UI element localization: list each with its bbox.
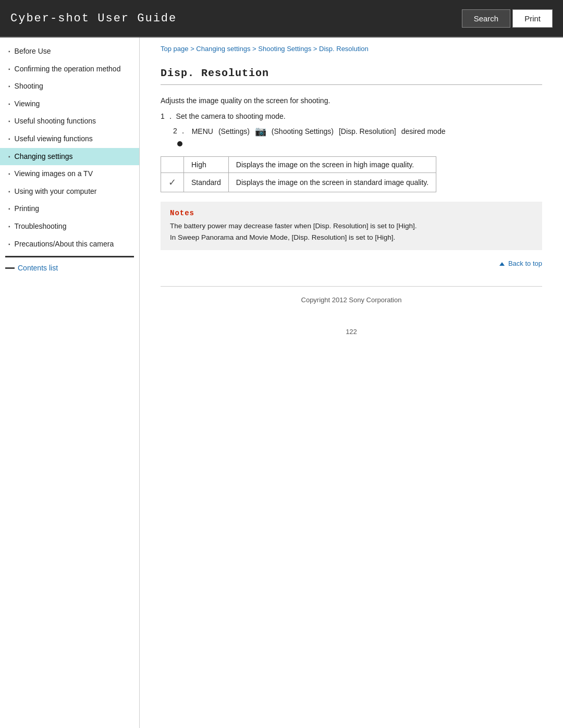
sidebar-item-useful-viewing[interactable]: ▪ Useful viewing functions — [0, 130, 139, 148]
breadcrumb-top[interactable]: Top page — [161, 45, 189, 53]
sidebar-item-printing[interactable]: ▪ Printing — [0, 200, 139, 218]
check-icon: ✓ — [168, 177, 176, 188]
table-cell-desc-high: Displays the image on the screen in high… — [228, 157, 436, 173]
notes-title: Notes — [170, 209, 533, 217]
step-2-mode: desired mode — [401, 127, 446, 135]
notes-box: Notes The battery power may decrease fas… — [161, 202, 542, 250]
table-cell-option-standard: Standard — [184, 173, 229, 192]
sidebar-item-viewing-tv[interactable]: ▪ Viewing images on a TV — [0, 165, 139, 183]
dot-bullet-icon — [177, 141, 182, 146]
breadcrumb-disp-resolution[interactable]: Disp. Resolution — [319, 45, 369, 53]
page-layout: ▪ Before Use ▪ Confirming the operation … — [0, 38, 563, 728]
contents-list-link[interactable]: Contents list — [0, 261, 139, 275]
footer: Copyright 2012 Sony Corporation — [161, 286, 542, 319]
notes-line-2: In Sweep Panorama and Movie Mode, [Disp.… — [170, 232, 533, 243]
content-description: Adjusts the image quality on the screen … — [161, 96, 542, 105]
sidebar-item-shooting[interactable]: ▪ Shooting — [0, 78, 139, 95]
step-1: 1 ． Set the camera to shooting mode. — [161, 112, 542, 121]
settings-table: High Displays the image on the screen in… — [161, 156, 436, 192]
list-icon — [5, 267, 15, 269]
bullet-icon: ▪ — [8, 118, 10, 125]
bullet-icon: ▪ — [8, 153, 10, 161]
bullet-icon: ▪ — [8, 241, 10, 248]
sidebar: ▪ Before Use ▪ Confirming the operation … — [0, 38, 140, 728]
sidebar-item-before-use[interactable]: ▪ Before Use — [0, 43, 139, 60]
step-2-number: 2 ． — [173, 127, 187, 136]
bullet-icon: ▪ — [8, 188, 10, 195]
breadcrumb-changing-settings[interactable]: Changing settings — [196, 45, 250, 53]
table-cell-desc-standard: Displays the image on the screen in stan… — [228, 173, 436, 192]
step-2-menu: MENU — [192, 127, 213, 135]
table-cell-option-high: High — [184, 157, 229, 173]
table-cell-indicator-standard: ✓ — [161, 173, 184, 192]
bullet-icon: ▪ — [8, 66, 10, 73]
bullet-icon: ▪ — [8, 135, 10, 143]
notes-line-1: The battery power may decrease faster wh… — [170, 220, 533, 232]
site-title: Cyber-shot User Guide — [10, 12, 177, 25]
breadcrumb-shooting-settings[interactable]: Shooting Settings — [258, 45, 311, 53]
sidebar-item-confirming[interactable]: ▪ Confirming the operation method — [0, 60, 139, 78]
copyright-text: Copyright 2012 Sony Corporation — [301, 296, 402, 304]
step-1-number: 1 ． — [161, 112, 174, 120]
page-title: Disp. Resolution — [161, 67, 542, 85]
step-2-shooting-settings: (Shooting Settings) — [272, 127, 334, 135]
triangle-up-icon — [499, 262, 505, 266]
table-row: High Displays the image on the screen in… — [161, 157, 436, 173]
table-cell-indicator-high — [161, 157, 184, 173]
step-2-dot — [161, 139, 542, 148]
page-number: 122 — [161, 319, 542, 336]
step-2: 2 ． MENU (Settings) 📷 (Shooting Settings… — [173, 126, 542, 137]
header-buttons: Search Print — [462, 9, 553, 28]
back-to-top[interactable]: Back to top — [161, 256, 542, 270]
main-content: Top page > Changing settings > Shooting … — [140, 38, 563, 728]
sidebar-item-precautions[interactable]: ▪ Precautions/About this camera — [0, 236, 139, 253]
breadcrumb: Top page > Changing settings > Shooting … — [161, 38, 542, 58]
bullet-icon: ▪ — [8, 101, 10, 108]
bullet-icon: ▪ — [8, 205, 10, 213]
back-to-top-link[interactable]: Back to top — [499, 260, 542, 267]
table-row: ✓ Standard Displays the image on the scr… — [161, 173, 436, 192]
camera-icon: 📷 — [255, 126, 266, 137]
bullet-icon: ▪ — [8, 170, 10, 178]
sidebar-item-computer[interactable]: ▪ Using with your computer — [0, 183, 139, 201]
content-body: Adjusts the image quality on the screen … — [161, 88, 542, 270]
sidebar-item-useful-shooting[interactable]: ▪ Useful shooting functions — [0, 113, 139, 130]
step-2-settings: (Settings) — [218, 127, 250, 135]
search-button[interactable]: Search — [462, 9, 511, 28]
site-header: Cyber-shot User Guide Search Print — [0, 0, 563, 38]
sidebar-item-troubleshooting[interactable]: ▪ Troubleshooting — [0, 218, 139, 236]
bullet-icon: ▪ — [8, 48, 10, 55]
step-1-text: Set the camera to shooting mode. — [176, 112, 286, 120]
sidebar-item-viewing[interactable]: ▪ Viewing — [0, 95, 139, 113]
bullet-icon: ▪ — [8, 83, 10, 90]
step-2-disp: [Disp. Resolution] — [339, 127, 396, 135]
back-to-top-label: Back to top — [508, 260, 542, 267]
bullet-icon: ▪ — [8, 223, 10, 230]
print-button[interactable]: Print — [512, 9, 553, 28]
sidebar-item-changing-settings[interactable]: ▪ Changing settings — [0, 148, 139, 166]
sidebar-divider — [5, 256, 134, 257]
notes-body: The battery power may decrease faster wh… — [170, 220, 533, 243]
